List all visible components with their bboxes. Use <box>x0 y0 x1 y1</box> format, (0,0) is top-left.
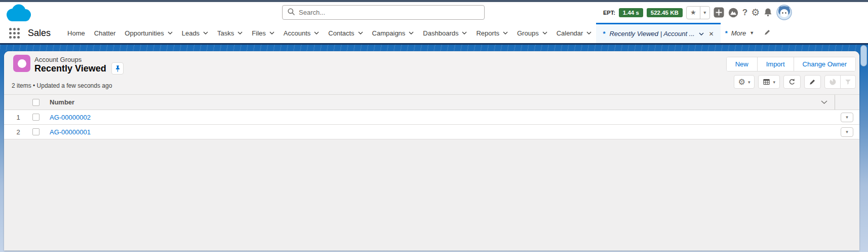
setup-button[interactable]: ⚙ <box>751 8 760 17</box>
list-view-selector[interactable]: Recently Viewed ▼ <box>34 63 116 74</box>
favorites-star-button[interactable]: ★ <box>687 7 700 19</box>
more-tab-label: More <box>731 29 746 37</box>
filter-funnel-icon <box>844 78 852 86</box>
list-view-header: Account Groups Recently Viewed ▼ 2 items… <box>4 51 859 95</box>
account-groups-object-icon <box>13 55 30 72</box>
notifications-button[interactable] <box>763 8 773 17</box>
table-row[interactable]: 2 AG-00000001 ▾ <box>4 125 859 139</box>
chart-filter-group <box>824 75 856 89</box>
gear-icon: ⚙ <box>738 78 745 86</box>
guidance-center-button[interactable] <box>728 7 739 18</box>
page-title: Recently Viewed <box>34 63 106 74</box>
search-input[interactable] <box>299 9 479 16</box>
pie-chart-icon <box>829 78 837 86</box>
edit-navigation-button[interactable] <box>764 28 771 38</box>
display-as-button[interactable]: ▾ <box>758 75 780 89</box>
list-view-controls: ⚙ ▾ ▾ <box>734 75 856 89</box>
tab-more-menu[interactable]: * More ▼ <box>721 23 759 43</box>
chevron-down-icon <box>238 31 243 34</box>
tab-chatter[interactable]: Chatter <box>90 23 121 43</box>
change-owner-button[interactable]: Change Owner <box>794 57 855 71</box>
edit-list-button[interactable] <box>804 75 821 89</box>
tab-files[interactable]: Files <box>247 23 279 43</box>
global-search[interactable] <box>282 5 485 20</box>
chevron-down-icon <box>542 31 547 34</box>
avatar-astro-icon <box>776 5 792 20</box>
row-checkbox[interactable] <box>32 128 40 135</box>
chevron-down-icon <box>269 31 274 34</box>
select-all-cell <box>32 95 47 110</box>
search-icon <box>288 8 295 17</box>
favorites-split-button: ★ ▾ <box>686 6 710 19</box>
pencil-icon <box>764 28 771 36</box>
tab-tasks[interactable]: Tasks <box>213 23 247 43</box>
guidance-mountain-icon <box>728 7 739 18</box>
table-icon <box>763 78 770 86</box>
row-number: 1 <box>4 110 32 124</box>
filter-button[interactable] <box>840 76 855 88</box>
row-checkbox[interactable] <box>32 114 40 121</box>
tab-leads[interactable]: Leads <box>177 23 213 43</box>
close-icon[interactable]: ✕ <box>709 30 714 38</box>
record-link[interactable]: AG-00000002 <box>50 114 91 121</box>
row-number-column-header <box>4 95 32 110</box>
tab-recently-viewed-account-groups[interactable]: * Recently Viewed | Account ... ✕ <box>596 23 720 43</box>
pencil-icon <box>809 78 816 86</box>
row-actions-button[interactable]: ▾ <box>841 113 853 122</box>
ept-time-badge: 1.44 s <box>619 8 643 17</box>
app-name: Sales <box>28 28 51 39</box>
new-button[interactable]: New <box>727 57 757 71</box>
object-label: Account Groups <box>34 56 82 63</box>
import-button[interactable]: Import <box>757 57 794 71</box>
refresh-icon <box>788 78 796 86</box>
favorites-menu-button[interactable]: ▾ <box>700 7 709 19</box>
caret-down-icon: ▼ <box>749 30 754 35</box>
global-header: EPT: 1.44 s 522.45 KB ★ ▾ ? <box>0 2 868 23</box>
chevron-down-icon: ▾ <box>703 10 706 15</box>
tab-dashboards[interactable]: Dashboards <box>418 23 471 43</box>
user-avatar[interactable] <box>776 5 792 20</box>
help-icon: ? <box>742 8 747 18</box>
tab-home[interactable]: Home <box>63 23 90 43</box>
app-navigation-bar: Sales Home Chatter Opportunities Leads T… <box>0 23 868 43</box>
tab-accounts[interactable]: Accounts <box>279 23 324 43</box>
refresh-button[interactable] <box>783 75 801 89</box>
help-button[interactable]: ? <box>742 8 747 18</box>
caret-down-icon: ▾ <box>846 129 848 134</box>
tab-groups[interactable]: Groups <box>512 23 552 43</box>
vertical-scrollbar[interactable] <box>860 45 867 66</box>
select-all-checkbox[interactable] <box>32 99 40 106</box>
header-action-buttons: New Import Change Owner <box>726 57 856 71</box>
app-launcher-button[interactable] <box>9 28 20 39</box>
nav-tabs: Home Chatter Opportunities Leads Tasks F… <box>63 23 771 43</box>
gear-icon: ⚙ <box>751 8 760 17</box>
record-link[interactable]: AG-00000001 <box>50 128 91 136</box>
tab-opportunities[interactable]: Opportunities <box>120 23 177 43</box>
column-header-number[interactable]: Number <box>50 98 74 106</box>
ept-label: EPT: <box>603 10 615 16</box>
unsaved-indicator: * <box>603 30 605 38</box>
star-icon: ★ <box>690 9 696 16</box>
caret-down-icon: ▾ <box>846 115 848 120</box>
list-view-card: Account Groups Recently Viewed ▼ 2 items… <box>4 51 859 250</box>
tab-calendar[interactable]: Calendar <box>552 23 597 43</box>
tab-reports[interactable]: Reports <box>471 23 512 43</box>
caret-down-icon: ▾ <box>748 80 751 85</box>
tab-contacts[interactable]: Contacts <box>324 23 367 43</box>
chevron-down-icon <box>503 31 508 34</box>
chevron-down-icon <box>203 31 208 34</box>
row-actions-button[interactable]: ▾ <box>841 127 853 137</box>
charts-button[interactable] <box>825 76 840 88</box>
global-actions-button[interactable] <box>714 7 724 18</box>
list-settings-button[interactable]: ⚙ ▾ <box>734 75 755 89</box>
utility-bar: EPT: 1.44 s 522.45 KB ★ ▾ ? <box>603 2 792 23</box>
chevron-down-icon[interactable] <box>699 32 704 35</box>
tab-campaigns[interactable]: Campaigns <box>368 23 419 43</box>
unsaved-indicator: * <box>725 29 728 37</box>
table-row[interactable]: 1 AG-00000002 ▾ <box>4 110 859 125</box>
ept-size-badge: 522.45 KB <box>647 8 683 17</box>
pin-list-button[interactable] <box>111 62 124 75</box>
caret-down-icon: ▾ <box>773 80 775 85</box>
column-menu-chevron-icon[interactable] <box>821 100 827 104</box>
chevron-down-icon <box>586 31 591 34</box>
